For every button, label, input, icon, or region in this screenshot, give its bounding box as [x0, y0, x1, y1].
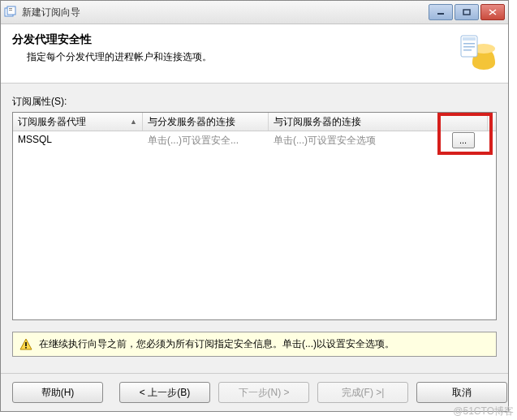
minimize-button[interactable] — [429, 4, 453, 20]
next-button: 下一步(N) > — [218, 382, 309, 403]
page-title: 分发代理安全性 — [12, 32, 458, 47]
titlebar: 新建订阅向导 — [1, 1, 508, 24]
cancel-button[interactable]: 取消 — [416, 382, 507, 403]
cell-agent: MSSQL — [13, 131, 143, 149]
cell-subscriber: 单击(...)可设置安全选项 — [269, 131, 439, 149]
page-icon — [458, 32, 497, 71]
list-header: 订阅服务器代理 ▲ 与分发服务器的连接 与订阅服务器的连接 — [13, 113, 496, 131]
svg-rect-14 — [25, 347, 27, 349]
table-row[interactable]: MSSQL 单击(...)可设置安全... 单击(...)可设置安全选项 ... — [13, 131, 496, 149]
close-button[interactable] — [480, 4, 505, 20]
column-agent[interactable]: 订阅服务器代理 ▲ — [13, 113, 143, 131]
column-distributor[interactable]: 与分发服务器的连接 — [143, 113, 269, 131]
warning-icon — [19, 338, 32, 351]
svg-rect-3 — [9, 10, 12, 11]
wizard-header: 分发代理安全性 指定每个分发代理的进程帐户和连接选项。 — [1, 24, 508, 84]
maximize-button[interactable] — [455, 4, 479, 20]
finish-button: 完成(F) >| — [317, 382, 408, 403]
help-button[interactable]: 帮助(H) — [12, 382, 103, 403]
svg-rect-4 — [437, 13, 444, 15]
set-security-button[interactable]: ... — [452, 132, 475, 148]
column-action — [439, 113, 488, 131]
app-icon — [4, 6, 17, 19]
wizard-buttons: 帮助(H) < 上一步(B) 下一步(N) > 完成(F) >| 取消 — [1, 373, 508, 411]
svg-rect-5 — [463, 10, 470, 15]
warning-strip: 在继续执行向导之前，您必须为所有订阅指定安全信息。单击(...)以设置安全选项。 — [12, 332, 497, 357]
svg-rect-9 — [463, 37, 476, 41]
back-button[interactable]: < 上一步(B) — [119, 382, 210, 403]
svg-rect-10 — [463, 43, 475, 45]
svg-rect-11 — [463, 46, 475, 48]
svg-rect-2 — [9, 8, 12, 9]
column-subscriber[interactable]: 与订阅服务器的连接 — [269, 113, 439, 131]
svg-rect-13 — [25, 342, 27, 346]
window-title: 新建订阅向导 — [22, 6, 80, 19]
sort-indicator-icon: ▲ — [130, 118, 137, 126]
subscription-properties-label: 订阅属性(S): — [12, 95, 497, 109]
page-subtitle: 指定每个分发代理的进程帐户和连接选项。 — [27, 50, 458, 64]
warning-text: 在继续执行向导之前，您必须为所有订阅指定安全信息。单击(...)以设置安全选项。 — [39, 337, 394, 351]
subscription-properties-list[interactable]: 订阅服务器代理 ▲ 与分发服务器的连接 与订阅服务器的连接 MSSQL 单击(.… — [12, 112, 497, 320]
cell-distributor: 单击(...)可设置安全... — [143, 131, 269, 149]
svg-rect-12 — [463, 49, 472, 51]
